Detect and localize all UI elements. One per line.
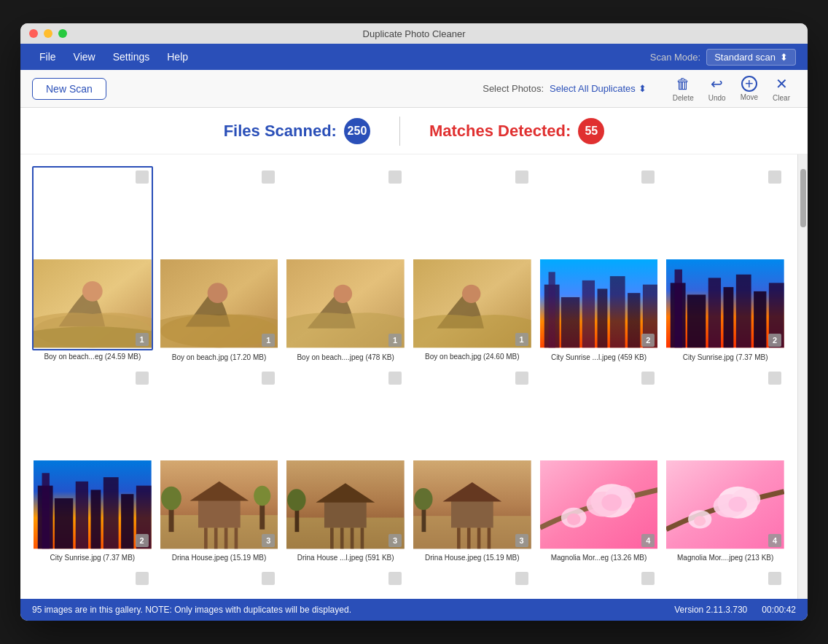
photo-select-checkbox[interactable] [641,170,655,184]
group-badge: 1 [136,333,149,346]
svg-rect-31 [42,473,50,549]
photo-select-checkbox[interactable] [768,372,781,385]
svg-rect-54 [330,527,334,549]
gallery: 1 Boy on beach...eg (24.59 MB) [20,154,797,599]
photo-thumb: 3 [159,367,280,552]
toolbar-actions: 🗑 Delete ↩ Undo + Move ✕ Clear [667,72,796,105]
vertical-scrollbar[interactable] [797,154,808,599]
stats-bar: Files Scanned: 250 Matches Detected: 55 [20,108,808,154]
group-badge: 2 [768,334,781,347]
photo-name: Drina House.jpeg (15.19 MB) [412,554,533,562]
list-item[interactable]: 7 [665,568,786,599]
photo-select-checkbox[interactable] [515,572,528,585]
svg-point-59 [287,489,305,511]
photo-select-checkbox[interactable] [136,572,149,585]
menu-help[interactable]: Help [160,48,195,66]
undo-action[interactable]: ↩ Undo [703,72,732,105]
list-item[interactable]: 1 Boy on beach.jpg (17.20 MB) [159,166,280,361]
move-action[interactable]: + Move [735,73,764,104]
svg-rect-33 [76,482,88,549]
matches-detected-stat: Matches Detected: 55 [400,118,633,144]
photo-select-checkbox[interactable] [641,572,655,585]
list-item[interactable]: 2 City Sunrise ...l.jpeg (459 KB) [539,166,660,361]
minimize-button[interactable] [44,29,52,38]
menu-file[interactable]: File [32,48,63,66]
list-item[interactable]: 3 Drina House.jpeg (15.19 MB) [412,367,533,562]
list-item[interactable]: 1 Boy on beach....jpeg (478 KB) [285,166,406,361]
photo-select-checkbox[interactable] [388,572,402,585]
select-photos-dropdown[interactable]: Select All Duplicates ⬍ [550,83,647,94]
photo-select-checkbox[interactable] [388,170,402,184]
select-photos-value: Select All Duplicates [550,83,636,94]
svg-point-81 [729,496,747,511]
scan-mode-text: Standard scan [714,52,776,63]
photo-thumb: 3 [285,367,406,552]
list-item[interactable]: 5 [285,568,406,599]
close-button[interactable] [29,29,38,38]
scan-mode-control: Scan Mode: Standard scan ⬍ [650,49,796,66]
version-text: Version 2.11.3.730 [674,605,747,615]
clear-label: Clear [773,94,790,102]
move-icon: + [741,76,757,92]
menu-items: File View Settings Help [32,48,650,66]
list-item[interactable]: 6 [539,568,660,599]
select-photos-control: Select Photos: Select All Duplicates ⬍ [483,83,647,94]
photo-select-checkbox[interactable] [388,372,402,385]
status-right: Version 2.11.3.730 00:00:42 [674,605,796,615]
svg-rect-34 [91,490,101,549]
group-badge: 1 [262,334,275,347]
svg-point-49 [254,485,270,506]
clear-action[interactable]: ✕ Clear [767,72,796,105]
status-text: 95 images are in this gallery. NOTE: Onl… [32,605,674,615]
svg-rect-48 [259,504,265,530]
title-bar: Duplicate Photo Cleaner [20,23,808,44]
svg-rect-66 [477,527,481,549]
photo-thumb: 2 [665,166,786,351]
list-item[interactable]: 4 Magnolia Mor... [32,568,153,599]
photo-thumb: 5 [159,568,280,599]
list-item[interactable]: 1 Boy on beach...eg (24.59 MB) [32,166,153,361]
list-item[interactable]: 2 City Sunrise.jpg (7.37 MB) [665,166,786,361]
photo-select-checkbox[interactable] [768,572,781,585]
window-title: Duplicate Photo Cleaner [363,28,466,39]
list-item[interactable]: 5 [159,568,280,599]
list-item[interactable]: 1 Boy on beach.jpg (24.60 MB) [412,166,533,361]
photo-select-checkbox[interactable] [515,170,528,184]
files-scanned-stat: Files Scanned: 250 [195,118,399,144]
photo-select-checkbox[interactable] [641,372,655,385]
photo-select-checkbox[interactable] [262,170,275,184]
svg-rect-25 [724,287,734,347]
delete-action[interactable]: 🗑 Delete [667,73,700,105]
scrollbar-thumb[interactable] [800,169,806,227]
photo-select-checkbox[interactable] [262,372,275,385]
menu-view[interactable]: View [66,48,103,66]
photo-name: Boy on beach.jpg (24.60 MB) [412,353,533,361]
svg-point-5 [207,283,227,304]
photo-select-checkbox[interactable] [262,572,275,585]
svg-point-7 [334,285,352,303]
photo-select-checkbox[interactable] [515,372,528,385]
group-badge: 3 [262,534,275,547]
scan-mode-dropdown[interactable]: Standard scan ⬍ [706,49,796,66]
matches-detected-badge: 55 [578,118,604,144]
photo-thumb: 1 [285,166,406,351]
list-item[interactable]: 6 [412,568,533,599]
delete-label: Delete [673,94,694,102]
svg-rect-24 [708,278,721,348]
photo-select-checkbox[interactable] [136,372,149,385]
photo-select-checkbox[interactable] [136,170,149,184]
svg-rect-19 [540,259,658,347]
delete-icon: 🗑 [676,76,690,93]
list-item[interactable]: 2 City Sunrise.jpg (7.37 MB) [32,367,153,562]
maximize-button[interactable] [58,29,67,38]
list-item[interactable]: 3 Drina House.jpeg (15.19 MB) [159,367,280,562]
menu-settings[interactable]: Settings [106,48,157,66]
new-scan-button[interactable]: New Scan [32,78,106,100]
svg-rect-52 [324,500,367,527]
list-item[interactable]: 3 Drina House ...l.jpeg (591 KB) [285,367,406,562]
list-item[interactable]: 4 Magnolia Mor....jpeg (213 KB) [665,367,786,562]
svg-rect-35 [104,477,119,549]
svg-point-47 [161,487,181,510]
photo-select-checkbox[interactable] [768,170,781,184]
list-item[interactable]: 4 Magnolia Mor...eg (13.26 MB) [539,367,660,562]
